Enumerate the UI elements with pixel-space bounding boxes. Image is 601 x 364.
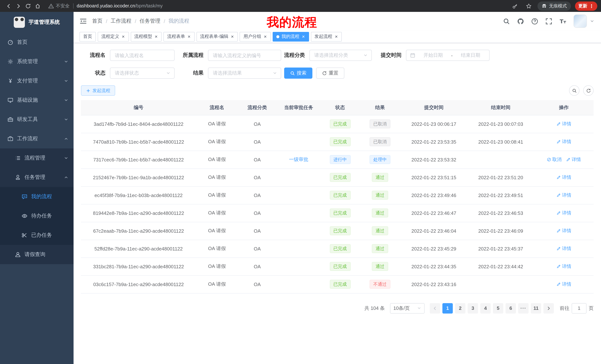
cell-submit-time: 2022-01-22 23:46:47 [401, 204, 467, 222]
reset-button[interactable]: 重置 [316, 67, 344, 79]
help-icon[interactable] [531, 18, 538, 25]
detail-action-link[interactable]: 详情 [556, 174, 571, 181]
tab-my-process[interactable]: 我的流程× [273, 32, 309, 41]
row-actions: 详情 [534, 245, 594, 252]
tab-process-definition[interactable]: 流程定义× [98, 32, 129, 41]
filter-owner-process: 所属流程 [183, 50, 281, 61]
sidebar-item-infra[interactable]: 基础设施 [0, 91, 74, 110]
font-size-icon[interactable] [559, 18, 566, 25]
sidebar-item-system[interactable]: 系统管理 [0, 52, 74, 71]
cell-id: 331bc281-7b9a-11ec-a290-acde48001122 [81, 258, 196, 275]
owner-process-input[interactable] [208, 50, 281, 61]
browser-home-icon[interactable] [33, 1, 42, 11]
column-header: 当前审批任务 [277, 100, 321, 115]
page-button-2[interactable]: 2 [455, 303, 465, 313]
tab-home[interactable]: 首页 [80, 32, 96, 41]
page-button-4[interactable]: 4 [480, 303, 491, 313]
detail-action-link[interactable]: 详情 [556, 281, 571, 287]
navbar: 首页/工作流程/任务管理/我的流程 [74, 12, 601, 30]
bookmark-star-icon[interactable] [524, 1, 533, 11]
tab-process-form[interactable]: 流程表单× [163, 32, 194, 41]
detail-action-link[interactable]: 详情 [556, 245, 571, 252]
toggle-search-button[interactable] [569, 85, 580, 96]
cell-category: OA [238, 115, 277, 133]
sidebar-item-workflow[interactable]: 工作流程 [0, 129, 74, 148]
close-icon[interactable]: × [231, 34, 234, 39]
cell-result: 通过 [360, 204, 401, 222]
reload-icon[interactable] [23, 1, 33, 11]
close-icon[interactable]: × [263, 34, 267, 39]
address-bar[interactable]: 不安全 dashboard.yudao.iocoder.cn/bpm/task/… [48, 3, 510, 9]
category-select[interactable]: 请选择流程分类 [310, 50, 372, 61]
close-icon[interactable]: × [187, 34, 191, 39]
sidebar-item-payment[interactable]: 支付管理 [0, 71, 74, 91]
table-row: 03c6c157-7b9a-11ec-a290-acde48001122OA 请… [81, 275, 594, 293]
status-select[interactable]: 请选择状态 [110, 67, 175, 79]
sidebar-item-task-mgmt[interactable]: 任务管理 [0, 168, 74, 187]
search-button[interactable]: 搜索 [284, 67, 312, 79]
page-size-select[interactable]: 10条/页 [390, 303, 425, 313]
close-icon[interactable]: × [334, 34, 338, 39]
breadcrumb-item[interactable]: 工作流程 [111, 18, 131, 25]
app-logo-row[interactable]: 芋道管理系统 [0, 12, 74, 33]
breadcrumb-item[interactable]: 任务管理 [140, 18, 160, 25]
detail-action-link[interactable]: 详情 [556, 192, 571, 198]
active-dot-icon [276, 35, 279, 38]
cell-status: 已完成 [321, 168, 360, 186]
result-select[interactable]: 请选择流结果 [208, 67, 281, 79]
submit-time-range-picker[interactable]: 开始日期 - 结束日期 [406, 50, 490, 61]
page-button-11[interactable]: 11 [531, 303, 541, 313]
sidebar-item-home[interactable]: 首页 [0, 33, 74, 52]
tab-process-model[interactable]: 流程模型× [130, 32, 161, 41]
page-ellipsis[interactable]: ··· [518, 303, 529, 313]
goto-page-input[interactable] [572, 303, 587, 313]
chevron-down-icon [64, 156, 68, 160]
page-button-6[interactable]: 6 [506, 303, 516, 313]
password-key-icon[interactable] [510, 1, 520, 11]
cell-current-task [277, 115, 321, 133]
back-icon[interactable] [4, 1, 13, 11]
sidebar-item-process-mgmt[interactable]: 流程管理 [0, 148, 74, 168]
current-task-link[interactable]: 一级审批 [289, 156, 308, 163]
detail-action-link[interactable]: 详情 [556, 139, 571, 145]
page-button-1[interactable]: 1 [442, 303, 453, 313]
sidebar-toggle-icon[interactable] [80, 18, 87, 25]
start-process-button[interactable]: 发起流程 [81, 85, 115, 96]
search-icon[interactable] [503, 18, 510, 25]
close-icon[interactable]: × [302, 34, 305, 39]
tab-user-group[interactable]: 用户分组× [240, 32, 271, 41]
table-row: 2152467e-7b9b-11ec-9a1b-acde48001122OA 请… [81, 168, 594, 186]
detail-action-link[interactable]: 详情 [556, 210, 571, 216]
column-header: 流程名 [196, 100, 238, 115]
sidebar-item-leave-query[interactable]: 请假查询 [0, 245, 74, 264]
github-icon[interactable] [517, 18, 524, 25]
refresh-table-button[interactable] [583, 85, 594, 96]
close-icon[interactable]: × [121, 34, 125, 39]
process-name-input[interactable] [110, 50, 175, 61]
detail-action-link[interactable]: 详情 [556, 121, 571, 127]
breadcrumb-item[interactable]: 首页 [92, 18, 102, 25]
prev-page-button[interactable] [430, 303, 440, 313]
page-button-5[interactable]: 5 [493, 303, 503, 313]
sidebar-item-done-task[interactable]: 已办任务 [0, 226, 74, 245]
detail-action-link[interactable]: 详情 [556, 228, 571, 234]
detail-action-link[interactable]: 详情 [566, 156, 581, 163]
cell-category: OA [238, 186, 277, 204]
user-menu[interactable] [573, 14, 594, 28]
sidebar-item-devtools[interactable]: 研发工具 [0, 110, 74, 129]
cancel-action-link[interactable]: 取消 [547, 156, 562, 163]
next-page-button[interactable] [543, 303, 554, 313]
browser-menu-icon[interactable]: ⋮ [589, 3, 594, 9]
fullscreen-icon[interactable] [545, 18, 552, 25]
tab-process-form-edit[interactable]: 流程表单-编辑× [197, 32, 238, 41]
sidebar-item-my-process[interactable]: 我的流程 [0, 187, 74, 206]
close-icon[interactable]: × [154, 34, 158, 39]
tab-start-process[interactable]: 发起流程× [311, 32, 342, 41]
column-header: 结果 [360, 100, 401, 115]
forward-icon[interactable] [13, 1, 23, 11]
page-button-3[interactable]: 3 [468, 303, 478, 313]
update-button[interactable]: 更新 ⋮ [575, 1, 597, 10]
detail-action-link[interactable]: 详情 [556, 263, 571, 269]
table-row: ec45f38f-7b9a-11ec-b03b-acde48001122OA 请… [81, 186, 594, 204]
sidebar-item-todo-task[interactable]: 待办任务 [0, 206, 74, 226]
